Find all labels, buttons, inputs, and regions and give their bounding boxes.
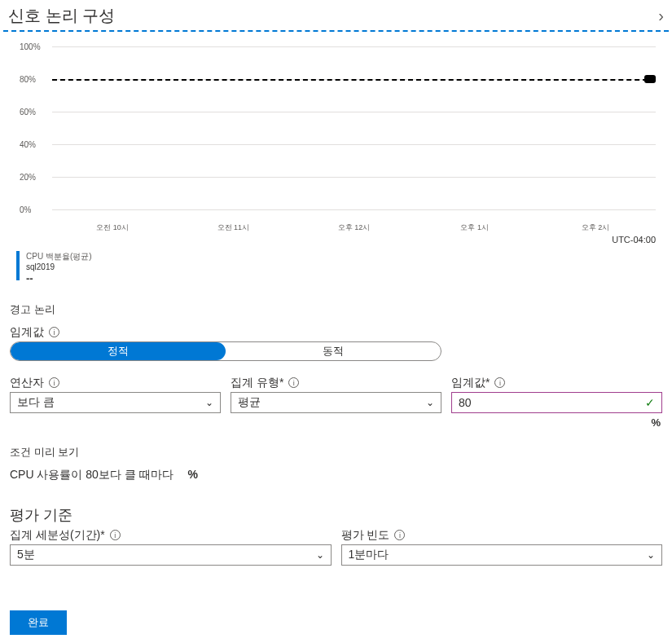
chevron-down-icon: ⌄	[426, 397, 434, 408]
legend-resource: sql2019	[26, 262, 92, 272]
y-tick-100: 100%	[20, 42, 41, 51]
legend-color-bar	[16, 251, 20, 280]
info-icon[interactable]: i	[394, 530, 405, 540]
evaluation-row: 집계 세분성(기간)* i 5분 ⌄ 평가 빈도 i 1분마다 ⌄	[10, 528, 662, 566]
data-point	[644, 75, 656, 83]
threshold-unit: %	[451, 416, 662, 429]
preview-text: CPU 사용률이 80보다 클 때마다 %	[10, 468, 662, 482]
frequency-label: 평가 빈도 i	[341, 528, 663, 543]
x-tick: 오전 11시	[173, 222, 293, 233]
info-icon[interactable]: i	[110, 530, 121, 540]
operator-row: 연산자 i 보다 큼 ⌄ 집계 유형* i 평균 ⌄ 임계값* i	[10, 376, 662, 429]
gridline	[52, 112, 656, 112]
gridline	[52, 209, 656, 210]
footer: 완료	[10, 610, 67, 635]
aggregation-col: 집계 유형* i 평균 ⌄	[231, 376, 441, 429]
operator-col: 연산자 i 보다 큼 ⌄	[10, 376, 221, 429]
y-tick-20: 20%	[20, 173, 36, 182]
info-icon[interactable]: i	[494, 377, 505, 388]
x-tick: 오전 10시	[52, 222, 173, 233]
gridline	[52, 144, 656, 145]
chevron-down-icon: ⌄	[316, 549, 324, 561]
frequency-select[interactable]: 1분마다 ⌄	[341, 544, 663, 566]
threshold-input[interactable]: 80 ✓	[451, 392, 662, 413]
legend-value: --	[26, 272, 33, 284]
aggregation-select[interactable]: 평균 ⌄	[231, 392, 441, 413]
x-tick: 오후 1시	[415, 222, 535, 233]
chevron-down-icon: ⌄	[205, 397, 213, 408]
alert-logic-label: 경고 논리	[10, 302, 662, 317]
page-title: 신호 논리 구성	[8, 5, 115, 27]
legend-series: CPU 백분율(평균)	[26, 251, 92, 262]
y-tick-40: 40%	[20, 140, 36, 149]
done-button[interactable]: 완료	[10, 610, 67, 635]
y-tick-60: 60%	[20, 108, 36, 117]
y-tick-0: 0%	[20, 205, 31, 214]
operator-label: 연산자 i	[10, 376, 221, 390]
gridline	[52, 46, 656, 47]
threshold-toggle: 정적 동적	[10, 341, 441, 361]
granularity-label: 집계 세분성(기간)* i	[10, 528, 332, 543]
info-icon[interactable]: i	[288, 377, 299, 388]
x-tick: 오후 2시	[535, 222, 656, 233]
chevron-down-icon: ⌄	[647, 549, 655, 561]
gridline	[52, 177, 656, 178]
preview-section: 조건 미리 보기 CPU 사용률이 80보다 클 때마다 %	[0, 445, 672, 482]
granularity-value: 5분	[17, 548, 35, 562]
threshold-value-label: 임계값* i	[451, 376, 662, 390]
dashed-divider	[3, 30, 669, 32]
frequency-col: 평가 빈도 i 1분마다 ⌄	[341, 528, 663, 566]
operator-value: 보다 큼	[17, 395, 55, 410]
operator-select[interactable]: 보다 큼 ⌄	[10, 392, 221, 413]
preview-label: 조건 미리 보기	[10, 445, 662, 460]
y-tick-80: 80%	[20, 75, 36, 84]
close-icon[interactable]: ›	[658, 7, 664, 25]
chart-legend: CPU 백분율(평균) sql2019 --	[16, 251, 672, 286]
chart-area: 100% 80% 60% 40% 20% 0% 오전 10시 오전 11시 오후…	[0, 38, 672, 244]
granularity-col: 집계 세분성(기간)* i 5분 ⌄	[10, 528, 332, 566]
x-tick: 오후 12시	[293, 222, 414, 233]
info-icon[interactable]: i	[49, 327, 59, 337]
chart-timezone: UTC-04:00	[20, 235, 656, 244]
check-icon: ✓	[645, 396, 655, 409]
aggregation-label: 집계 유형* i	[231, 376, 441, 390]
chart-xaxis: 오전 10시 오전 11시 오후 12시 오후 1시 오후 2시	[52, 218, 656, 233]
alert-logic-section: 경고 논리 임계값 i 정적 동적 연산자 i 보다 큼 ⌄ 집계 유형* i …	[0, 302, 672, 429]
toggle-dynamic[interactable]: 동적	[226, 342, 441, 360]
preview-unit: %	[188, 468, 198, 481]
legend-text: CPU 백분율(평균) sql2019 --	[26, 251, 92, 286]
toggle-static[interactable]: 정적	[11, 342, 226, 360]
frequency-value: 1분마다	[349, 548, 389, 562]
panel-header: 신호 논리 구성 ›	[0, 0, 672, 30]
evaluation-section: 평가 기준 집계 세분성(기간)* i 5분 ⌄ 평가 빈도 i 1분마다 ⌄	[0, 505, 672, 566]
threshold-type-label: 임계값 i	[10, 325, 662, 340]
threshold-line	[52, 79, 656, 81]
info-icon[interactable]: i	[49, 377, 59, 388]
chart-grid: 100% 80% 60% 40% 20% 0%	[20, 46, 656, 218]
evaluation-heading: 평가 기준	[10, 505, 662, 525]
granularity-select[interactable]: 5분 ⌄	[10, 544, 332, 566]
threshold-value: 80	[459, 396, 472, 409]
threshold-col: 임계값* i 80 ✓ %	[451, 376, 662, 429]
aggregation-value: 평균	[238, 395, 261, 410]
